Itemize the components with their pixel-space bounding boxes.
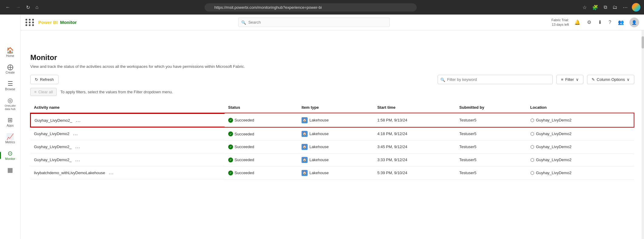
status-badge: ✓Succeeded: [228, 144, 254, 149]
table-row[interactable]: Guyhay_LivyDemo2...✓Succeeded🏠Lakehouse4…: [30, 127, 634, 140]
cell-activity-name: Guyhay_LivyDemo2_...: [30, 113, 225, 127]
split-view-icon[interactable]: ⧉: [602, 3, 608, 11]
activity-name-text: Guyhay_LivyDemo2: [34, 131, 69, 136]
main-content: Monitor View and track the status of the…: [21, 46, 644, 239]
onelake-icon: ◎: [8, 97, 13, 103]
help-button[interactable]: ?: [607, 18, 612, 26]
more-icon[interactable]: ⋯: [622, 3, 629, 12]
main-area: Power BI Monitor 🔍 Fabric Trial: 13 days…: [21, 15, 644, 239]
location-text: Guyhay_LivyDemo2: [536, 144, 572, 149]
item-type-text: Lakehouse: [309, 131, 329, 136]
row-ellipsis-button[interactable]: ...: [108, 169, 115, 176]
sidebar-item-create[interactable]: ⨁ Create: [1, 61, 19, 77]
status-text: Succeeded: [235, 171, 254, 175]
col-header-status: Status: [225, 102, 298, 113]
sidebar-item-apps[interactable]: ⊞ Apps: [1, 115, 19, 130]
browser-forward-button[interactable]: →: [14, 3, 22, 11]
location-text: Guyhay_LivyDemo2: [536, 158, 572, 162]
location-cell: ⬡Guyhay_LivyDemo2: [530, 170, 630, 176]
cell-item-type: 🏠Lakehouse: [298, 153, 374, 166]
collections-icon[interactable]: 🗂: [611, 3, 619, 11]
cell-submitted-by: Testuser5: [456, 153, 527, 166]
filter-search-wrapper: 🔍: [438, 75, 553, 84]
vertical-scrollbar[interactable]: [642, 30, 644, 239]
table-row[interactable]: livybatchdemo_withLivyDemoLakehouse...✓S…: [30, 166, 634, 179]
success-icon: ✓: [228, 158, 233, 162]
download-button[interactable]: ⬇: [597, 18, 603, 26]
lakehouse-icon: 🏠: [302, 144, 308, 150]
item-type-text: Lakehouse: [309, 144, 329, 149]
cell-submitted-by: Testuser5: [456, 166, 527, 179]
row-ellipsis-button[interactable]: ...: [72, 130, 79, 137]
create-icon: ⨁: [7, 64, 13, 70]
clear-all-icon: ≡: [34, 90, 37, 94]
lakehouse-icon: 🏠: [302, 157, 308, 163]
table-row[interactable]: Guyhay_LivyDemo2_...✓Succeeded🏠Lakehouse…: [30, 153, 634, 166]
cell-activity-name: Guyhay_LivyDemo2_...: [30, 140, 225, 153]
grid-dots-icon[interactable]: [25, 19, 35, 26]
row-ellipsis-button[interactable]: ...: [74, 156, 81, 163]
cell-location: ⬡Guyhay_LivyDemo2: [527, 166, 634, 179]
item-type-cell: 🏠Lakehouse: [302, 131, 370, 137]
app-container: 🏠 Home ⨁ Create ☰ Browse ◎ OneLakedata h…: [0, 15, 644, 239]
column-options-button[interactable]: ✎ Column Options ∨: [587, 75, 634, 84]
browser-home-button[interactable]: ⌂: [34, 3, 40, 11]
filter-keyword-input[interactable]: [438, 75, 553, 84]
sidebar-item-home[interactable]: 🏠 Home: [1, 45, 19, 60]
cell-status: ✓Succeeded: [225, 127, 298, 140]
table-row[interactable]: Guyhay_LivyDemo2_...✓Succeeded🏠Lakehouse…: [30, 140, 634, 153]
success-icon: ✓: [228, 144, 233, 149]
sidebar-item-onelake[interactable]: ◎ OneLakedata hub: [1, 95, 19, 113]
table-row[interactable]: Guyhay_LivyDemo2_...✓Succeeded🏠Lakehouse…: [30, 113, 634, 127]
row-ellipsis-button[interactable]: ...: [75, 117, 82, 124]
cell-item-type: 🏠Lakehouse: [298, 166, 374, 179]
item-type-cell: 🏠Lakehouse: [302, 117, 370, 123]
monitor-icon: ⊙: [8, 150, 13, 156]
notifications-button[interactable]: 🔔: [573, 18, 582, 26]
success-icon: ✓: [228, 171, 233, 175]
clear-all-button: ≡ Clear all: [30, 88, 57, 96]
filter-row: ≡ Clear all To apply filters, select the…: [30, 88, 634, 96]
star-icon[interactable]: ☆: [581, 3, 588, 12]
filter-button[interactable]: ≡ Filter ∨: [556, 75, 583, 84]
col-header-start-time: Start time: [374, 102, 456, 113]
cell-location: ⬡Guyhay_LivyDemo2: [527, 140, 634, 153]
settings-button[interactable]: ⚙: [586, 18, 592, 26]
location-text: Guyhay_LivyDemo2: [536, 171, 572, 175]
col-header-item-type: Item type: [298, 102, 374, 113]
browser-reload-button[interactable]: ↻: [24, 3, 32, 12]
browser-nav-buttons: ← → ↻ ⌂: [4, 3, 40, 12]
cell-start-time: 3:45 PM, 9/12/24: [374, 140, 456, 153]
location-cell: ⬡Guyhay_LivyDemo2: [530, 144, 630, 150]
status-text: Succeeded: [235, 132, 254, 136]
cell-status: ✓Succeeded: [225, 166, 298, 179]
sidebar-label-create: Create: [5, 71, 15, 75]
workspace-icon: ⬡: [530, 144, 534, 150]
success-icon: ✓: [228, 131, 233, 136]
browser-back-button[interactable]: ←: [4, 3, 12, 11]
share-button[interactable]: 👥: [617, 18, 625, 26]
cell-location: ⬡Guyhay_LivyDemo2: [527, 127, 634, 140]
sidebar-item-metrics[interactable]: 📈 Metrics: [1, 131, 19, 147]
sidebar-item-monitor[interactable]: ⊙ Monitor: [1, 148, 19, 163]
activity-name-text: Guyhay_LivyDemo2_: [34, 158, 72, 162]
table-body: Guyhay_LivyDemo2_...✓Succeeded🏠Lakehouse…: [30, 113, 634, 179]
refresh-button[interactable]: ↻ Refresh: [30, 75, 58, 84]
row-ellipsis-button[interactable]: ...: [74, 143, 81, 150]
browser-profile-icon[interactable]: [632, 3, 640, 12]
cell-activity-name: livybatchdemo_withLivyDemoLakehouse...: [30, 166, 225, 179]
user-avatar[interactable]: 👤: [629, 18, 639, 27]
powerbi-logo-text: Power BI: [38, 20, 58, 25]
location-text: Guyhay_LivyDemo2: [536, 118, 572, 122]
item-type-text: Lakehouse: [309, 158, 329, 162]
cell-status: ✓Succeeded: [225, 153, 298, 166]
scrollbar-thumb[interactable]: [642, 36, 644, 48]
workspace-icon: ⬡: [530, 131, 534, 137]
extension-icon[interactable]: 🧩: [591, 3, 599, 12]
metrics-icon: 📈: [6, 134, 14, 140]
cell-submitted-by: Testuser5: [456, 140, 527, 153]
sidebar-item-workspaces[interactable]: ▦: [1, 164, 19, 175]
address-bar-input[interactable]: [205, 3, 417, 12]
sidebar-item-browse[interactable]: ☰ Browse: [1, 78, 19, 94]
search-input[interactable]: [238, 18, 390, 27]
